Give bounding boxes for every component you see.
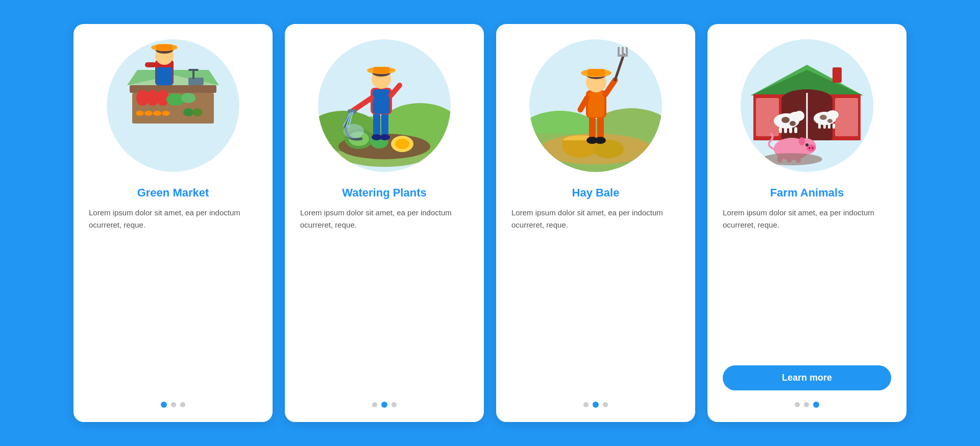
svg-rect-20 xyxy=(145,62,156,67)
svg-rect-90 xyxy=(756,98,779,136)
svg-rect-66 xyxy=(597,115,604,139)
watering-plants-dots xyxy=(372,402,397,408)
dot-3 xyxy=(180,402,185,407)
svg-point-68 xyxy=(595,137,606,144)
svg-rect-98 xyxy=(784,127,787,133)
svg-point-9 xyxy=(181,93,195,103)
svg-rect-109 xyxy=(828,123,830,129)
svg-rect-19 xyxy=(156,67,173,85)
svg-rect-107 xyxy=(818,123,821,129)
svg-point-38 xyxy=(395,139,409,149)
dot-3 xyxy=(603,402,608,407)
svg-rect-81 xyxy=(587,69,605,76)
dot-1 xyxy=(161,402,167,408)
svg-rect-26 xyxy=(188,78,204,85)
svg-rect-28 xyxy=(188,69,199,71)
svg-point-115 xyxy=(812,147,814,149)
learn-more-button[interactable]: Learn more xyxy=(723,365,891,390)
dot-2 xyxy=(171,402,176,407)
watering-plants-text: Lorem ipsum dolor sit amet, ea per indoc… xyxy=(300,207,469,390)
svg-rect-27 xyxy=(192,70,194,79)
green-market-dots xyxy=(161,402,185,408)
hay-bale-dots xyxy=(583,402,608,408)
dot-2 xyxy=(381,402,387,408)
watering-plants-illustration xyxy=(318,39,451,172)
dot-2 xyxy=(804,402,809,407)
card-green-market: Green Market Lorem ipsum dolor sit amet,… xyxy=(74,24,273,422)
svg-rect-65 xyxy=(589,115,596,139)
svg-point-106 xyxy=(827,119,832,123)
dot-1 xyxy=(583,402,589,407)
dot-3 xyxy=(391,402,397,407)
svg-point-116 xyxy=(805,143,808,146)
card-watering-plants: Watering Plants Lorem ipsum dolor sit am… xyxy=(285,24,484,422)
svg-rect-97 xyxy=(779,127,782,133)
svg-point-13 xyxy=(153,111,161,116)
svg-rect-92 xyxy=(832,67,842,83)
green-market-text: Lorem ipsum dolor sit amet, ea per indoc… xyxy=(89,207,257,390)
svg-point-17 xyxy=(192,108,203,116)
green-market-illustration xyxy=(107,39,239,172)
svg-point-42 xyxy=(380,134,390,140)
svg-rect-99 xyxy=(789,127,792,133)
hay-bale-text: Lorem ipsum dolor sit amet, ea per indoc… xyxy=(511,207,680,390)
svg-rect-44 xyxy=(373,89,390,114)
svg-point-102 xyxy=(799,115,804,119)
cards-container: Green Market Lorem ipsum dolor sit amet,… xyxy=(53,4,927,442)
dot-3 xyxy=(813,402,819,408)
svg-rect-100 xyxy=(794,127,797,133)
card-farm-animals: Farm Animals Lorem ipsum dolor sit amet,… xyxy=(707,24,906,422)
svg-rect-70 xyxy=(588,92,604,117)
watering-plants-title: Watering Plants xyxy=(342,186,426,200)
svg-rect-110 xyxy=(832,123,835,129)
hay-bale-illustration xyxy=(529,39,662,172)
svg-rect-25 xyxy=(156,44,173,51)
svg-point-11 xyxy=(136,111,144,116)
svg-rect-39 xyxy=(373,111,380,136)
dot-1 xyxy=(795,402,800,407)
card-hay-bale: Hay Bale Lorem ipsum dolor sit amet, ea … xyxy=(496,24,695,422)
svg-point-121 xyxy=(761,153,822,165)
dot-1 xyxy=(372,402,377,407)
svg-point-117 xyxy=(799,137,805,145)
svg-point-96 xyxy=(790,121,796,126)
farm-animals-dots xyxy=(795,402,819,408)
farm-animals-illustration xyxy=(741,39,873,172)
svg-point-16 xyxy=(183,108,193,116)
green-market-title: Green Market xyxy=(137,186,209,200)
farm-animals-text: Lorem ipsum dolor sit amet, ea per indoc… xyxy=(723,207,891,356)
svg-point-104 xyxy=(826,110,839,119)
svg-point-95 xyxy=(781,117,790,123)
svg-rect-40 xyxy=(381,111,388,136)
svg-rect-55 xyxy=(373,67,389,73)
svg-rect-108 xyxy=(823,123,826,129)
farm-animals-title: Farm Animals xyxy=(770,186,844,200)
svg-point-14 xyxy=(162,111,170,116)
dot-2 xyxy=(593,402,599,408)
svg-point-12 xyxy=(144,111,153,116)
svg-rect-91 xyxy=(835,98,858,136)
svg-point-105 xyxy=(820,115,827,120)
svg-point-114 xyxy=(808,147,811,149)
hay-bale-title: Hay Bale xyxy=(572,186,620,200)
